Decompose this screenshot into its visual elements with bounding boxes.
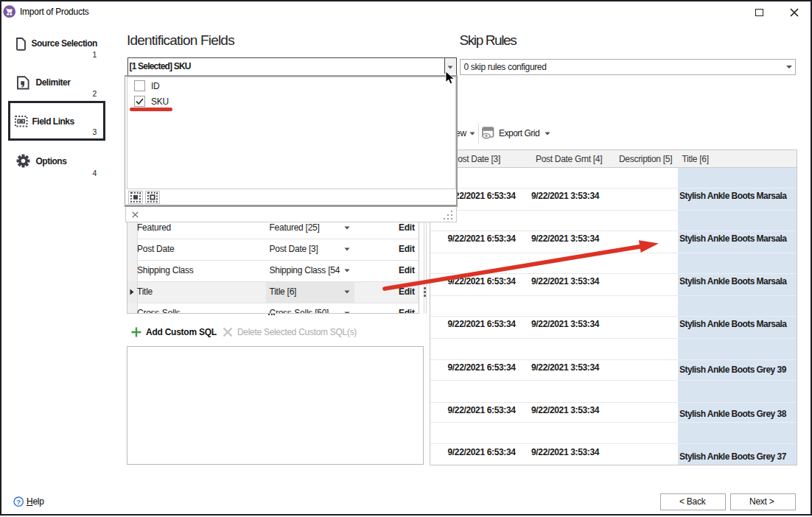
svg-text:?: ? [16, 497, 21, 505]
